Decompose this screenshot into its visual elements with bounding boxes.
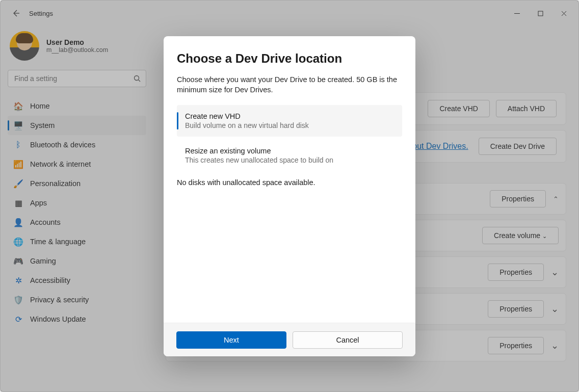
cancel-button[interactable]: Cancel: [293, 331, 403, 349]
option-title: Resize an existing volume: [185, 147, 394, 155]
option-subtitle: This creates new unallocated space to bu…: [185, 156, 394, 164]
dialog-title: Choose a Dev Drive location: [177, 51, 402, 66]
next-button[interactable]: Next: [176, 331, 286, 349]
option-subtitle: Build volume on a new virtual hard disk: [185, 121, 394, 129]
dialog-footer: Next Cancel: [164, 323, 415, 356]
option-title: Create new VHD: [185, 112, 394, 120]
option-resize-volume[interactable]: Resize an existing volume This creates n…: [177, 140, 402, 171]
settings-window: Settings User Demo m__lab@outlook.com 🏠H…: [0, 0, 579, 392]
dialog-description: Choose where you want your Dev Drive to …: [177, 75, 402, 95]
dev-drive-location-dialog: Choose a Dev Drive location Choose where…: [164, 36, 415, 356]
dialog-note: No disks with unallocated space availabl…: [177, 178, 402, 187]
option-create-new-vhd[interactable]: Create new VHD Build volume on a new vir…: [177, 105, 402, 137]
